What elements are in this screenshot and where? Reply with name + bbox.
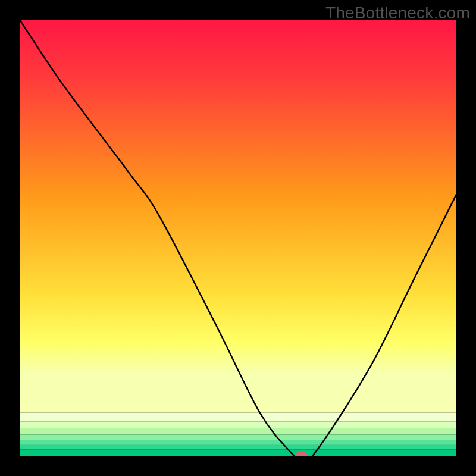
band <box>20 440 456 445</box>
band <box>20 434 456 440</box>
band <box>20 449 456 456</box>
band <box>20 428 456 434</box>
watermark-text: TheBottleneck.com <box>325 4 470 23</box>
plot-area <box>20 20 456 456</box>
band <box>20 421 456 428</box>
heat-gradient <box>20 20 456 413</box>
chart-stage: TheBottleneck.com <box>0 0 476 476</box>
band <box>20 413 456 422</box>
plot-svg <box>20 20 456 456</box>
band <box>20 445 456 449</box>
bottom-bands <box>20 413 456 456</box>
